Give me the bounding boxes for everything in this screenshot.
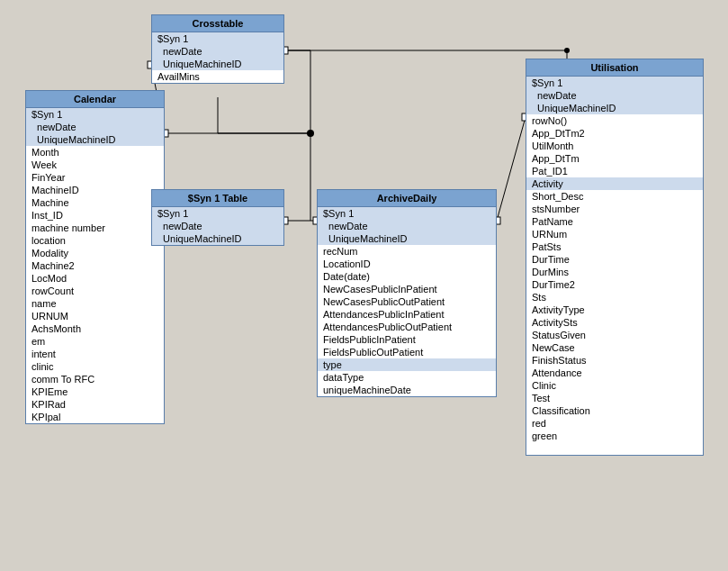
table-row: AvailMins [152, 70, 283, 83]
table-row: DurTime2 [526, 278, 703, 291]
table-row: MachineID [26, 184, 164, 196]
utilisation-table: Utilisation $Syn 1 newDate UniqueMachine… [526, 59, 704, 456]
table-row: newDate [152, 45, 283, 58]
table-row: App_DtTm [526, 152, 703, 165]
crosstable-body: $Syn 1 newDate UniqueMachineID AvailMins [152, 32, 283, 83]
table-row: location [26, 234, 164, 247]
table-row: UniqueMachineID [152, 232, 283, 245]
table-row: dataType [318, 371, 496, 384]
table-row: AxtivityType [526, 304, 703, 316]
archivedaily-table: ArchiveDaily $Syn 1 newDate UniqueMachin… [317, 189, 497, 397]
table-row: $Syn 1 [26, 108, 164, 121]
crosstable-table: Crosstable $Syn 1 newDate UniqueMachineI… [151, 14, 284, 84]
table-row: LocMod [26, 272, 164, 285]
table-row: Inst_ID [26, 209, 164, 222]
calendar-body: $Syn 1 newDate UniqueMachineID Month Wee… [26, 108, 164, 423]
table-row: name [26, 297, 164, 310]
syn1-title: $Syn 1 Table [152, 190, 283, 207]
table-row: Pat_ID1 [526, 165, 703, 177]
table-row: Test [526, 392, 703, 404]
table-row: UniqueMachineID [26, 133, 164, 146]
table-row: FieldsPublicOutPatient [318, 346, 496, 358]
main-canvas: Calendar $Syn 1 newDate UniqueMachineID … [0, 0, 728, 571]
table-row: Attendance [526, 367, 703, 379]
table-row: KPIEme [26, 385, 164, 398]
table-row: UtilMonth [526, 140, 703, 152]
table-row: newDate [26, 121, 164, 133]
table-row: em [26, 335, 164, 348]
table-row: NewCasesPublicInPatient [318, 283, 496, 295]
table-row: Machine2 [26, 259, 164, 272]
calendar-title: Calendar [26, 91, 164, 108]
table-row: red [526, 417, 703, 430]
table-row: stsNumber [526, 203, 703, 215]
table-row: UniqueMachineID [526, 102, 703, 114]
table-row: Date(date) [318, 270, 496, 283]
table-row: URNum [526, 228, 703, 240]
table-row: UniqueMachineID [318, 232, 496, 245]
table-row: green [526, 430, 703, 442]
table-row: Sts [526, 291, 703, 304]
table-row: DurTime [526, 253, 703, 266]
table-row: KPIRad [26, 398, 164, 411]
table-row: clinic [26, 360, 164, 373]
table-row: FieldsPublicInPatient [318, 333, 496, 346]
table-row: UniqueMachineID [152, 58, 283, 70]
table-row: DurMins [526, 266, 703, 278]
table-row: newDate [318, 220, 496, 232]
table-row: newDate [526, 89, 703, 102]
table-row: $Syn 1 [318, 207, 496, 220]
table-row: NewCase [526, 341, 703, 354]
table-row: $Syn 1 [152, 207, 283, 220]
table-row: Modality [26, 247, 164, 259]
table-row: recNum [318, 245, 496, 258]
table-row: uniqueMachineDate [318, 384, 496, 396]
table-row: NewCasesPublicOutPatient [318, 295, 496, 308]
table-row: machine number [26, 222, 164, 234]
utilisation-title: Utilisation [526, 59, 703, 77]
table-row: StatusGiven [526, 329, 703, 341]
table-row: Week [26, 159, 164, 171]
table-row: App_DtTm2 [526, 127, 703, 140]
table-row: FinYear [26, 171, 164, 184]
syn1-table: $Syn 1 Table $Syn 1 newDate UniqueMachin… [151, 189, 284, 246]
table-row: rowNo() [526, 114, 703, 127]
table-row: $Syn 1 [152, 32, 283, 45]
archivedaily-title: ArchiveDaily [318, 190, 496, 207]
calendar-table: Calendar $Syn 1 newDate UniqueMachineID … [25, 90, 165, 424]
table-row: Activity [526, 177, 703, 190]
table-row: AttendancesPublicInPatient [318, 308, 496, 321]
svg-point-8 [307, 130, 314, 137]
syn1-body: $Syn 1 newDate UniqueMachineID [152, 207, 283, 245]
table-row: comm To RFC [26, 373, 164, 385]
table-row: AttendancesPublicOutPatient [318, 321, 496, 333]
table-row: rowCount [26, 285, 164, 297]
table-row: FinishStatus [526, 354, 703, 367]
table-row: Classification [526, 404, 703, 417]
table-row: URNUM [26, 310, 164, 322]
table-row: PatName [526, 215, 703, 228]
table-row: Machine [26, 196, 164, 209]
crosstable-title: Crosstable [152, 15, 283, 32]
table-row: KPIpal [26, 411, 164, 423]
table-row: newDate [152, 220, 283, 232]
table-row: Clinic [526, 379, 703, 392]
table-row: AchsMonth [26, 322, 164, 335]
table-row: Month [26, 146, 164, 159]
table-row: LocationID [318, 258, 496, 270]
table-row: ActivitySts [526, 316, 703, 329]
table-row: intent [26, 348, 164, 360]
table-row: Short_Desc [526, 190, 703, 203]
archivedaily-body: $Syn 1 newDate UniqueMachineID recNum Lo… [318, 207, 496, 396]
table-row: PatSts [526, 240, 703, 253]
table-row: $Syn 1 [526, 77, 703, 89]
svg-point-5 [564, 48, 570, 53]
svg-line-4 [497, 117, 526, 221]
table-row: type [318, 358, 496, 371]
utilisation-body[interactable]: $Syn 1 newDate UniqueMachineID rowNo() A… [526, 77, 703, 455]
